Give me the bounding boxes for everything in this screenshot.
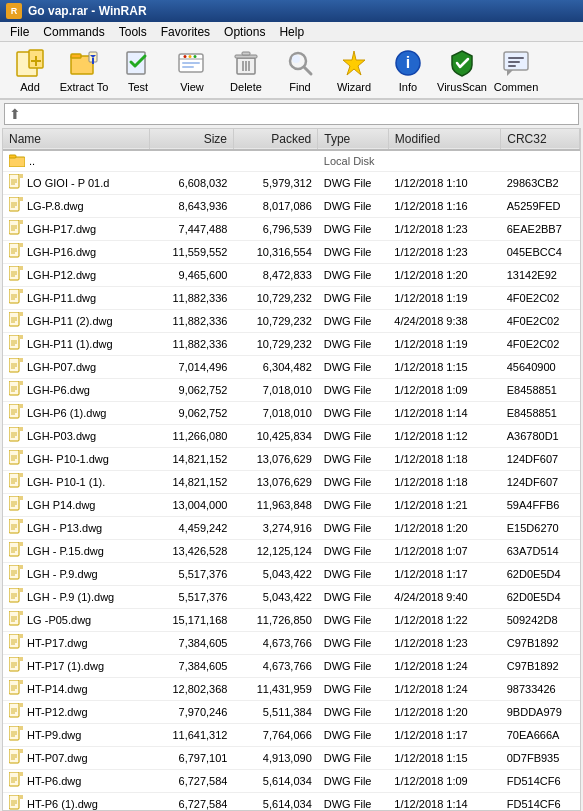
file-crc32-cell: 045EBCC4 [501, 241, 580, 264]
table-row[interactable]: HT-P12.dwg7,970,2465,511,384DWG File1/12… [3, 701, 580, 724]
file-crc32-cell: 4F0E2C02 [501, 310, 580, 333]
table-row[interactable]: LGH-P11 (1).dwg11,882,33610,729,232DWG F… [3, 333, 580, 356]
table-row[interactable]: LGH - P.9.dwg5,517,3765,043,422DWG File1… [3, 563, 580, 586]
menu-help[interactable]: Help [273, 24, 310, 40]
table-row[interactable]: LGH - P13.dwg4,459,2423,274,916DWG File1… [3, 517, 580, 540]
wizard-button[interactable]: Wizard [328, 45, 380, 95]
table-row[interactable]: HT-P07.dwg6,797,1014,913,090DWG File1/12… [3, 747, 580, 770]
svg-rect-174 [9, 703, 19, 717]
file-name-cell: LGH - P.15.dwg [3, 540, 143, 562]
svg-marker-30 [507, 70, 513, 76]
svg-rect-19 [242, 52, 250, 55]
file-name-cell: HT-P14.dwg [3, 678, 143, 700]
file-type-cell: DWG File [318, 655, 389, 678]
file-name-text: LGH - P.15.dwg [27, 545, 104, 557]
menu-tools[interactable]: Tools [113, 24, 153, 40]
svg-rect-74 [19, 312, 23, 316]
col-packed[interactable]: Packed [233, 129, 317, 150]
window-title: Go vap.rar - WinRAR [28, 4, 147, 18]
table-row[interactable]: ..Local Disk [3, 150, 580, 172]
table-row[interactable]: LGH-P11.dwg11,882,33610,729,232DWG File1… [3, 287, 580, 310]
add-button[interactable]: Add [4, 45, 56, 95]
table-row[interactable]: LGH-P16.dwg11,559,55210,316,554DWG File1… [3, 241, 580, 264]
table-row[interactable]: LGH- P10-1.dwg14,821,15213,076,629DWG Fi… [3, 448, 580, 471]
dwg-file-icon [9, 680, 23, 698]
view-button[interactable]: View [166, 45, 218, 95]
dwg-file-icon [9, 450, 23, 468]
svg-rect-188 [19, 749, 23, 753]
col-crc32[interactable]: CRC32 [501, 129, 580, 150]
svg-rect-44 [19, 197, 23, 201]
svg-rect-98 [19, 404, 23, 408]
table-row[interactable]: LGH-P11 (2).dwg11,882,33610,729,232DWG F… [3, 310, 580, 333]
file-type-cell: DWG File [318, 310, 389, 333]
up-folder-icon[interactable]: ⬆ [9, 106, 21, 122]
file-type-cell: DWG File [318, 793, 389, 812]
file-modified-cell: 1/12/2018 1:07 [388, 540, 500, 563]
svg-rect-168 [9, 680, 19, 694]
table-row[interactable]: LGH-P03.dwg11,266,08010,425,834DWG File1… [3, 425, 580, 448]
col-name[interactable]: Name [3, 129, 149, 150]
dwg-file-icon [9, 174, 23, 192]
extract-to-button[interactable]: Extract To [58, 45, 110, 95]
svg-rect-192 [9, 772, 19, 786]
menu-options[interactable]: Options [218, 24, 271, 40]
col-modified[interactable]: Modified [388, 129, 500, 150]
file-name-cell: LGH-P6 (1).dwg [3, 402, 143, 424]
add-icon [14, 47, 46, 79]
svg-rect-146 [19, 588, 23, 592]
table-row[interactable]: HT-P17.dwg7,384,6054,673,766DWG File1/12… [3, 632, 580, 655]
file-name-text: LGH - P.9.dwg [27, 568, 98, 580]
file-name-text: LGH- P10-1 (1). [27, 476, 105, 488]
file-name-cell: LGH - P13.dwg [3, 517, 143, 539]
info-button[interactable]: i Info [382, 45, 434, 95]
table-row[interactable]: LGH - P.15.dwg13,426,52812,125,124DWG Fi… [3, 540, 580, 563]
table-row[interactable]: LGH-P17.dwg7,447,4886,796,539DWG File1/1… [3, 218, 580, 241]
table-row[interactable]: HT-P6 (1).dwg6,727,5845,614,034DWG File1… [3, 793, 580, 812]
table-row[interactable]: LGH - P.9 (1).dwg5,517,3765,043,422DWG F… [3, 586, 580, 609]
table-row[interactable]: LGH-P12.dwg9,465,6008,472,833DWG File1/1… [3, 264, 580, 287]
svg-rect-60 [9, 266, 19, 280]
col-size[interactable]: Size [149, 129, 233, 150]
svg-rect-162 [9, 657, 19, 671]
file-size-cell: 4,459,242 [149, 517, 233, 540]
file-size-cell: 14,821,152 [149, 448, 233, 471]
test-button[interactable]: Test [112, 45, 164, 95]
file-size-cell: 8,643,936 [149, 195, 233, 218]
table-row[interactable]: HT-P17 (1).dwg7,384,6054,673,766DWG File… [3, 655, 580, 678]
file-name-cell: LGH-P11.dwg [3, 287, 143, 309]
table-row[interactable]: HT-P9.dwg11,641,3127,764,066DWG File1/12… [3, 724, 580, 747]
file-modified-cell: 1/12/2018 1:14 [388, 793, 500, 812]
parent-dir-name: .. [29, 155, 35, 167]
file-modified-cell: 1/12/2018 1:17 [388, 724, 500, 747]
file-table: Name Size Packed Type Modified CRC32 ..L… [3, 129, 580, 811]
find-button[interactable]: Find [274, 45, 326, 95]
table-row[interactable]: LO GIOI - P 01.d6,608,0325,979,312DWG Fi… [3, 172, 580, 195]
comment-button[interactable]: Commen [490, 45, 542, 95]
file-size-cell: 7,384,605 [149, 655, 233, 678]
table-row[interactable]: HT-P6.dwg6,727,5845,614,034DWG File1/12/… [3, 770, 580, 793]
dwg-file-icon [9, 749, 23, 767]
virusscan-button[interactable]: VirusScan [436, 45, 488, 95]
table-row[interactable]: LG -P05.dwg15,171,16811,726,850DWG File1… [3, 609, 580, 632]
svg-rect-62 [19, 266, 23, 270]
file-list-container[interactable]: Name Size Packed Type Modified CRC32 ..L… [2, 128, 581, 811]
table-row[interactable]: LGH-P6 (1).dwg9,062,7527,018,010DWG File… [3, 402, 580, 425]
table-row[interactable]: LGH- P10-1 (1).14,821,15213,076,629DWG F… [3, 471, 580, 494]
table-row[interactable]: LGH P14.dwg13,004,00011,963,848DWG File1… [3, 494, 580, 517]
svg-rect-134 [19, 542, 23, 546]
dwg-file-icon [9, 473, 23, 491]
file-packed-cell: 11,431,959 [233, 678, 317, 701]
menu-file[interactable]: File [4, 24, 35, 40]
col-type[interactable]: Type [318, 129, 389, 150]
extract-to-icon [68, 47, 100, 79]
table-row[interactable]: LGH-P07.dwg7,014,4966,304,482DWG File1/1… [3, 356, 580, 379]
table-row[interactable]: HT-P14.dwg12,802,36811,431,959DWG File1/… [3, 678, 580, 701]
table-row[interactable]: LG-P.8.dwg8,643,9368,017,086DWG File1/12… [3, 195, 580, 218]
menu-favorites[interactable]: Favorites [155, 24, 216, 40]
file-crc32-cell: 45640900 [501, 356, 580, 379]
delete-button[interactable]: Delete [220, 45, 272, 95]
menu-commands[interactable]: Commands [37, 24, 110, 40]
table-row[interactable]: LGH-P6.dwg9,062,7527,018,010DWG File1/12… [3, 379, 580, 402]
svg-rect-54 [9, 243, 19, 257]
